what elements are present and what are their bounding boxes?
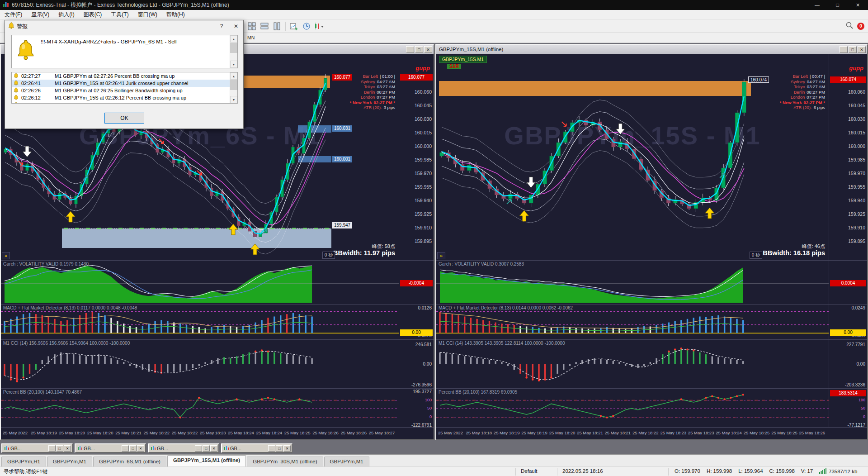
price-tag: 160.031: [332, 125, 352, 132]
period-cycles-icon[interactable]: [301, 21, 312, 32]
candle-timer: 0 秒: [750, 252, 762, 259]
dialog-close-button[interactable]: ✕: [229, 20, 243, 32]
status-profile[interactable]: Default: [521, 468, 537, 474]
right-pane-cci: 227.77910.00-203.3236 M1 CCI (14) 143.39…: [436, 339, 867, 388]
menu-help[interactable]: 帮助(H): [162, 10, 189, 19]
menu-file[interactable]: 文件(F): [0, 10, 27, 19]
time-axis-label: 25 May 18:25: [771, 430, 797, 435]
maximize-icon[interactable]: □: [129, 445, 137, 452]
info-line: Sydney04:27 AM: [780, 79, 825, 85]
expand-panes-button[interactable]: »: [2, 252, 10, 259]
price-tag: 159.947: [332, 222, 352, 228]
minimized-window-2[interactable]: GB... —□✕: [75, 443, 146, 453]
search-icon[interactable]: [845, 21, 854, 31]
scroll-thumb[interactable]: [230, 80, 237, 90]
chart-icon: [224, 446, 229, 451]
minimize-button[interactable]: —: [807, 0, 827, 10]
price-axis-label: 160.000: [415, 143, 432, 149]
notification-badge[interactable]: 0: [857, 23, 864, 30]
menu-tools[interactable]: 工具(T): [106, 10, 133, 19]
tab-gbpjpym-30s[interactable]: GBPJPYm_30S,M1 (offline): [247, 457, 323, 466]
restore-icon[interactable]: —: [195, 445, 202, 452]
right-pane-2-axis: 227.77910.00-203.3236: [829, 340, 867, 388]
dialog-title-bar[interactable]: 警报 ? ✕: [5, 20, 243, 32]
alert-row[interactable]: 02:26:02 M1 GBPJPYm at 02:26:01 Percent …: [12, 101, 237, 104]
info-line: * New York02:27 PM *: [780, 100, 825, 105]
alert-row[interactable]: 02:26:12 M1 GBPJPYm_15S at 02:26:12 Perc…: [12, 94, 237, 101]
minimized-window-3[interactable]: GB... —□✕: [148, 443, 219, 453]
minimized-window-1[interactable]: GB... —□✕: [1, 443, 73, 453]
left-time-axis[interactable]: 25 May 202225 May 18:1925 May 18:2025 Ma…: [1, 427, 434, 439]
menu-insert[interactable]: 插入(I): [54, 10, 79, 19]
maximize-icon[interactable]: □: [276, 445, 283, 452]
window-restore-button[interactable]: □: [415, 46, 423, 53]
tab-gbpjpym-m1[interactable]: GBPJPYm,M1: [47, 457, 92, 466]
alerts-dialog[interactable]: 警报 ? ✕ !!!-MT4 X-XARDg-ARRZZ+alerts - GB…: [5, 20, 244, 129]
left-pane-1-axis: 0.0126-0.00790.00: [399, 305, 434, 339]
status-ohlcv: O: 159.970H: 159.998L: 159.964C: 159.998…: [675, 468, 819, 474]
bell-icon: [14, 95, 19, 101]
tab-gbpjpym-h1[interactable]: GBPJPYm,H1: [1, 457, 46, 466]
right-time-axis[interactable]: 25 May 202225 May 18:1825 May 18:1925 Ma…: [436, 427, 867, 439]
arrange-horizontal-icon[interactable]: [259, 21, 270, 32]
tab-gbpjpym-6s[interactable]: GBPJPYm_6S,M1 (offline): [93, 457, 166, 466]
alert-row[interactable]: 02:26:26 M1 GBPJPYm at 02:26:25 Bollinge…: [12, 87, 237, 94]
time-axis-label: 25 May 18:23: [660, 430, 686, 435]
status-datetime: 2022.05.25 18:16: [562, 468, 603, 474]
close-icon[interactable]: ✕: [64, 445, 71, 452]
tab-gbpjpym-15s[interactable]: GBPJPYm_15S,M1 (offline): [167, 455, 246, 466]
alert-time: 02:26:02: [21, 102, 55, 104]
chart-window-right: GBPJPYm_15S,M1 (offline) — □ ✕ GBPJPYm_1…: [435, 44, 868, 440]
current-price-tag: 160.074: [830, 76, 866, 83]
period-mn-button[interactable]: MN: [245, 34, 257, 41]
maximize-icon[interactable]: □: [56, 445, 63, 452]
right-body[interactable]: GBPJPYm_15S - M1 GBPJPYm_15S.M1 S&R gupp…: [436, 54, 867, 439]
price-tag: 160.001: [332, 156, 352, 162]
scroll-down-icon[interactable]: ▼: [230, 61, 237, 68]
alert-message: M1 GBPJPYm at 02:26:25 Bollinger Bandwid…: [55, 88, 183, 93]
tile-windows-icon[interactable]: [246, 21, 258, 32]
alerts-list[interactable]: 02:27:27 M1 GBPJPYm at 02:27:26 Percent …: [11, 72, 238, 104]
ok-button[interactable]: OK: [104, 113, 144, 124]
window-restore-button[interactable]: □: [849, 46, 857, 53]
alert-row[interactable]: 02:26:41 M1 GBPJPYm_15S at 02:26:41 Juri…: [12, 80, 237, 87]
time-axis-label: 25 May 18:19: [31, 430, 57, 435]
tab-gbpjpym-m1-2[interactable]: GBPJPYm,M1: [324, 457, 369, 466]
restore-button[interactable]: □: [827, 0, 848, 10]
restore-icon[interactable]: —: [268, 445, 275, 452]
chart-template-icon[interactable]: [313, 21, 325, 32]
restore-icon[interactable]: —: [122, 445, 129, 452]
window-close-button[interactable]: ✕: [858, 46, 866, 53]
window-close-button[interactable]: ✕: [424, 46, 432, 53]
restore-icon[interactable]: —: [48, 445, 56, 452]
close-icon[interactable]: ✕: [137, 445, 144, 452]
time-axis-label: 25 May 18:24: [716, 430, 742, 435]
indicator-axis-label: 0: [863, 414, 865, 419]
menu-window[interactable]: 窗口(W): [133, 10, 162, 19]
scrollbar[interactable]: ▲ ▼: [230, 35, 237, 68]
scroll-up-icon[interactable]: ▲: [230, 35, 237, 43]
window-minimize-button[interactable]: —: [840, 46, 848, 53]
right-window-title-bar[interactable]: GBPJPYm_15S,M1 (offline) — □ ✕: [436, 45, 867, 54]
minimized-window-4[interactable]: GB... —□✕: [221, 443, 292, 453]
close-button[interactable]: ✕: [848, 0, 868, 10]
alert-row[interactable]: 02:27:27 M1 GBPJPYm at 02:27:26 Percent …: [12, 72, 237, 80]
menu-charts[interactable]: 图表(C): [79, 10, 107, 19]
scroll-up-icon[interactable]: ▲: [230, 72, 237, 80]
scrollbar[interactable]: ▲ ▼: [230, 72, 237, 103]
scroll-thumb[interactable]: [230, 43, 237, 53]
menu-view[interactable]: 显示(V): [27, 10, 54, 19]
arrange-vertical-icon[interactable]: [271, 21, 283, 32]
indicator-axis-label: -276.3596: [411, 382, 432, 387]
window-minimize-button[interactable]: —: [406, 46, 414, 53]
close-icon[interactable]: ✕: [210, 445, 217, 452]
scroll-down-icon[interactable]: ▼: [230, 96, 237, 103]
chart-icon: [151, 446, 156, 451]
indicator-header: M1 CCI (14) 143.3905 143.3905 122.8114 1…: [439, 341, 565, 346]
dialog-help-button[interactable]: ?: [214, 20, 229, 32]
price-axis-label: 159.970: [848, 171, 865, 176]
maximize-icon[interactable]: □: [203, 445, 210, 452]
new-chart-icon[interactable]: [288, 21, 300, 32]
expand-panes-button[interactable]: »: [437, 252, 445, 259]
close-icon[interactable]: ✕: [283, 445, 291, 452]
